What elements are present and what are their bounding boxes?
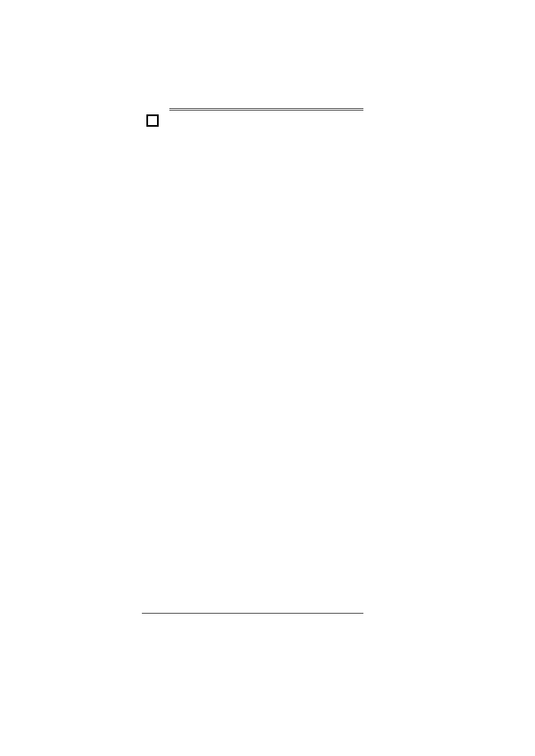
bottom-rule	[142, 613, 363, 614]
top-double-rule	[169, 108, 363, 110]
page-content-area	[142, 107, 363, 615]
square-marker-icon	[146, 114, 159, 127]
